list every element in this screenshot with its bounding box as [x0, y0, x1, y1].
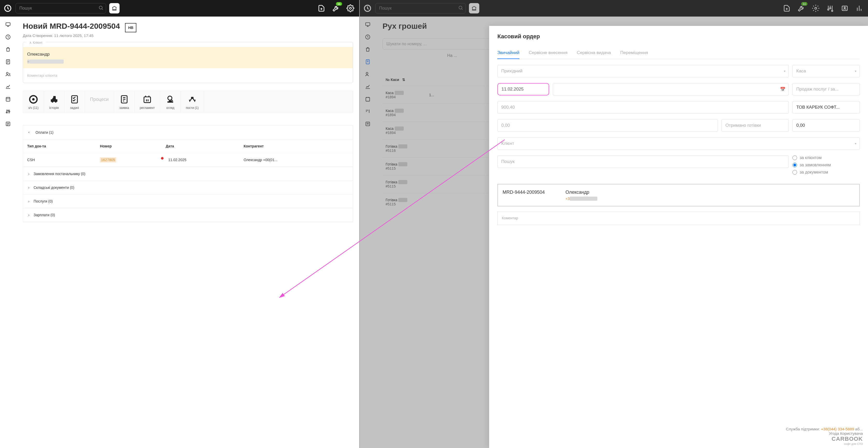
- created-date: Дата Створення: 11 лютого 2025, 17:45: [23, 33, 353, 38]
- acc-services[interactable]: ›Послуги (0): [23, 194, 353, 208]
- company-input[interactable]: ТОВ КАРБУК СОФТ...: [793, 101, 860, 114]
- amount-input[interactable]: 900,40: [497, 101, 789, 114]
- svg-point-14: [52, 101, 53, 103]
- radio-by-doc[interactable]: за документом: [793, 170, 860, 174]
- chart-icon[interactable]: [5, 84, 11, 90]
- wrench-icon[interactable]: 11: [330, 3, 342, 14]
- svg-rect-16: [53, 96, 56, 99]
- svg-point-9: [7, 110, 8, 111]
- calendar-icon: 📅: [780, 87, 785, 92]
- svg-rect-17: [72, 96, 78, 103]
- tool-processes: Процеси: [85, 91, 114, 112]
- col-date: Дата: [161, 139, 239, 153]
- tool-inspection[interactable]: огляд: [160, 91, 181, 112]
- client-select[interactable]: Клієнт▾: [497, 137, 860, 150]
- tool-strip: з/ч (11) історія задачі Процеси заявка р…: [23, 91, 353, 113]
- tool-tasks[interactable]: задачі: [64, 91, 85, 112]
- report-icon[interactable]: [5, 59, 11, 65]
- people-icon[interactable]: [5, 71, 11, 77]
- selected-order[interactable]: MRD-9444-2009504 Олександр +30(000) 000 …: [497, 184, 860, 206]
- svg-point-8: [6, 112, 7, 113]
- svg-point-1: [99, 6, 102, 9]
- svg-point-2: [349, 7, 351, 9]
- acc-salaries[interactable]: ›Зарплати (0): [23, 208, 353, 222]
- order-client-phone: +30(000) 000 00 00: [565, 197, 597, 201]
- page-title: Новий MRD-9444-2009504: [23, 22, 120, 31]
- modal-tabs: Звичайний Сервісне внесення Сервісна вид…: [497, 50, 860, 59]
- col-number: Номер: [96, 139, 161, 153]
- svg-rect-21: [191, 97, 193, 99]
- svg-point-13: [32, 98, 35, 101]
- client-comments[interactable]: Коментарі клієнта: [23, 68, 353, 83]
- date-picker-wide[interactable]: 📅: [553, 83, 789, 95]
- received-input[interactable]: Отримано готівки: [721, 119, 789, 132]
- col-counterparty: Контрагент: [239, 139, 353, 153]
- client-name[interactable]: Олександр: [27, 52, 349, 57]
- monitor-icon[interactable]: [5, 22, 11, 28]
- status-badge: НВ: [125, 23, 136, 32]
- new-doc-icon[interactable]: [316, 3, 327, 14]
- left-main: Новий MRD-9444-2009504 НВ Дата Створення…: [17, 17, 359, 448]
- tool-regulation[interactable]: регламент: [134, 91, 160, 112]
- payments-table: Тип док-та Номер Дата Контрагент CSH 162…: [23, 139, 353, 167]
- brand-tagline: софт для СТО: [786, 442, 863, 445]
- acc-warehouse[interactable]: ›Складські документи (0): [23, 181, 353, 194]
- wrench-badge: 11: [336, 2, 342, 6]
- search-icon: [98, 5, 103, 11]
- svg-point-6: [6, 72, 8, 74]
- type-select[interactable]: Прихідний▾: [497, 65, 789, 77]
- date-input[interactable]: 11.02.2025: [497, 83, 549, 95]
- svg-rect-3: [6, 23, 10, 26]
- documents-accordion: ⌄Оплати (1) Тип док-та Номер Дата Контра…: [23, 125, 353, 222]
- radio-by-client[interactable]: за клієнтом: [793, 156, 860, 160]
- tool-history[interactable]: історія: [44, 91, 64, 112]
- sliders-icon[interactable]: [5, 109, 11, 115]
- svg-point-10: [9, 111, 10, 112]
- bag-icon[interactable]: [5, 46, 11, 53]
- left-sidebar: [0, 17, 17, 448]
- tab-transfer[interactable]: Переміщення: [620, 50, 648, 59]
- order-number: MRD-9444-2009504: [503, 190, 545, 201]
- payment-row[interactable]: CSH 1627805 11.02.2025 Олександр +00(01.…: [23, 153, 353, 167]
- terms-link[interactable]: Угода Користувача: [786, 431, 863, 436]
- col-type: Тип док-та: [23, 139, 96, 153]
- bank-button[interactable]: [109, 3, 120, 13]
- svg-point-15: [55, 101, 56, 103]
- tool-request[interactable]: заявка: [114, 91, 134, 112]
- modal-search-input[interactable]: Пошук: [497, 156, 789, 168]
- sale-type-input[interactable]: Продаж послуг / за...: [793, 83, 860, 95]
- order-client-name: Олександр: [565, 190, 597, 195]
- svg-rect-19: [144, 97, 150, 103]
- annotation-dot: [161, 157, 163, 160]
- calendar-icon[interactable]: [5, 96, 11, 102]
- modal-title: Касовий ордер: [497, 33, 860, 40]
- cash-order-modal: Касовий ордер Звичайний Сервісне внесенн…: [489, 26, 868, 448]
- list-icon[interactable]: [5, 121, 11, 127]
- tool-parts[interactable]: з/ч (11): [23, 91, 44, 112]
- cash-select[interactable]: Каса▾: [793, 65, 860, 77]
- client-box: ∧ Клієнт Олександр +00(011) 111 11 10 Ко…: [23, 42, 353, 83]
- brand-logo: CARBOOK: [786, 436, 863, 442]
- tab-service-out[interactable]: Сервісна видача: [577, 50, 611, 59]
- gear-icon[interactable]: [345, 3, 356, 14]
- svg-rect-7: [6, 97, 10, 101]
- svg-point-20: [168, 96, 172, 100]
- zero-input[interactable]: 0,00: [497, 119, 718, 132]
- tool-posts[interactable]: пости (1): [181, 91, 204, 112]
- support-phone[interactable]: +38(044) 334-5889: [821, 427, 854, 431]
- zero2-input[interactable]: 0,00: [793, 119, 860, 132]
- app-logo[interactable]: [3, 4, 12, 13]
- top-bar: 11: [0, 0, 359, 17]
- search-input[interactable]: [16, 3, 106, 13]
- footer: Служба підтримки: +38(044) 334-5889 аб..…: [786, 427, 863, 445]
- client-phone[interactable]: +00(011) 111 11 10: [27, 60, 349, 64]
- client-section-label: ∧ Клієнт: [26, 39, 46, 44]
- tab-normal[interactable]: Звичайний: [497, 50, 519, 59]
- acc-supplier-orders[interactable]: ›Замовлення постачальнику (0): [23, 167, 353, 181]
- doc-number-link[interactable]: 1627805: [100, 157, 116, 162]
- comment-textarea[interactable]: Коментар: [497, 212, 860, 225]
- radio-by-order[interactable]: за замовленням: [793, 163, 860, 167]
- acc-payments[interactable]: ⌄Оплати (1): [23, 126, 353, 139]
- gauge-icon[interactable]: [5, 34, 11, 40]
- tab-service-in[interactable]: Сервісне внесення: [529, 50, 567, 59]
